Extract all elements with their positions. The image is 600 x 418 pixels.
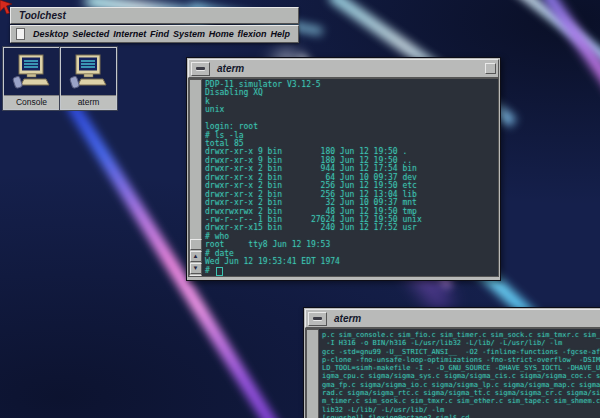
- window-title: aterm: [327, 313, 600, 324]
- menu-item[interactable]: Internet: [113, 29, 146, 39]
- prompt-text: #: [205, 267, 215, 275]
- terminal-computer-icon: [61, 48, 116, 95]
- toolchest-menubar: DesktopSelectedInternetFindSystemHomefle…: [10, 25, 299, 43]
- terminal-line: unix: [205, 106, 498, 114]
- toolchest-window: Toolchest DesktopSelectedInternetFindSys…: [10, 7, 299, 43]
- maximize-button[interactable]: [485, 63, 496, 74]
- scrollbar[interactable]: [306, 329, 319, 418]
- mouse-pointer-icon: [0, 0, 14, 15]
- terminal-output[interactable]: p.c sim_console.c sim_fio.c sim_timer.c …: [319, 329, 600, 418]
- scroll-down-button[interactable]: ▼: [190, 263, 202, 274]
- menu-item[interactable]: Find: [150, 29, 169, 39]
- window-titlebar[interactable]: aterm: [305, 309, 600, 328]
- menu-item[interactable]: flexion: [238, 29, 267, 39]
- terminal-line: k: [205, 98, 498, 106]
- menu-item[interactable]: Desktop: [33, 29, 69, 39]
- desktop: Toolchest DesktopSelectedInternetFindSys…: [0, 0, 600, 418]
- terminal-line: Wed Jun 12 19:53:41 EDT 1974: [205, 258, 498, 266]
- terminal-line: # ls -la: [205, 132, 498, 140]
- aterm-window-pdp11: aterm ▲ ▼ PDP-11 simulator V3.12-5Disabl…: [186, 57, 501, 281]
- desktop-icon-aterm[interactable]: aterm: [60, 47, 117, 110]
- terminal-line: m_timer.c sim_sock.c sim_tmxr.c sim_ethe…: [322, 397, 600, 405]
- menu-item[interactable]: Home: [209, 29, 234, 39]
- terminal-computer-icon: [4, 48, 59, 95]
- page-icon: [16, 28, 25, 40]
- menu-item[interactable]: Help: [270, 29, 290, 39]
- scroll-up-button[interactable]: ▲: [190, 251, 202, 262]
- window-menu-icon: [313, 317, 322, 320]
- scrollbar[interactable]: ▲ ▼: [189, 79, 202, 276]
- toolchest-menu-items: DesktopSelectedInternetFindSystemHomefle…: [33, 29, 290, 39]
- terminal-line: Disabling XQ: [205, 89, 498, 97]
- terminal-line: login: root: [205, 123, 498, 131]
- terminal-line: igma_cpu.c sigma/sigma_sys.c sigma/sigma…: [322, 372, 600, 380]
- menu-item[interactable]: Selected: [72, 29, 109, 39]
- terminal-prompt: #: [205, 267, 498, 276]
- light-streak: [502, 0, 600, 75]
- window-menu-button[interactable]: [308, 312, 327, 326]
- menu-item[interactable]: System: [173, 29, 205, 39]
- terminal-line: [sgugshell flexion@octane2 sim]$ cd ..: [322, 414, 600, 418]
- window-menu-button[interactable]: [191, 62, 210, 76]
- terminal-line: lib32 -L/lib/ -L/usr/lib/ -lm: [322, 406, 600, 414]
- terminal-line: root tty8 Jun 12 19:53: [205, 241, 498, 249]
- window-menu-icon: [196, 67, 205, 70]
- terminal-line: p-clone -fno-unsafe-loop-optimizations -…: [322, 356, 600, 364]
- light-streak: [540, 0, 600, 117]
- icon-label: aterm: [61, 95, 116, 109]
- terminal-line: gcc -std=gnu99 -U__STRICT_ANSI__ -O2 -fi…: [322, 348, 600, 356]
- terminal-line: drwxr-xr-x15 bin 240 Jun 12 17:52 usr: [205, 224, 498, 232]
- window-titlebar[interactable]: aterm: [188, 59, 499, 78]
- terminal-line: -I H316 -o BIN/h316 -L/usr/lib32 -L/lib/…: [322, 339, 600, 347]
- text-cursor: [216, 267, 223, 276]
- icon-label: Console: [4, 95, 59, 109]
- toolchest-titlebar[interactable]: Toolchest: [10, 7, 299, 24]
- terminal-output[interactable]: PDP-11 simulator V3.12-5Disabling XQkuni…: [202, 79, 498, 276]
- scroll-thumb-button[interactable]: [190, 239, 202, 250]
- terminal-line: gma_fp.c sigma/sigma_io.c sigma/sigma_lp…: [322, 381, 600, 389]
- aterm-window-build: aterm p.c sim_console.c sim_fio.c sim_ti…: [303, 307, 600, 418]
- window-title: aterm: [210, 63, 485, 74]
- desktop-icon-console[interactable]: Console: [3, 47, 60, 110]
